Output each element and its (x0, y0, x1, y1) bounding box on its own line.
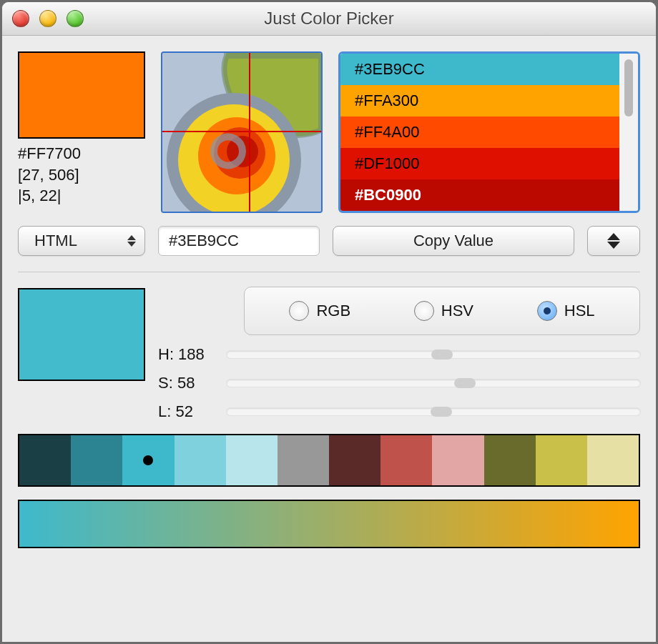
slider-l[interactable] (227, 408, 640, 415)
radio-dot-icon (414, 301, 434, 321)
divider (18, 272, 640, 272)
slider-s[interactable] (227, 380, 640, 387)
controls-row: HTML #3EB9CC Copy Value (18, 226, 640, 256)
radio-hsv-label: HSV (441, 302, 473, 320)
palette-cell[interactable] (484, 435, 536, 485)
palette-cell[interactable] (329, 435, 380, 485)
magnifier-image (162, 53, 321, 212)
history-scroll-thumb[interactable] (624, 59, 633, 117)
palette-cell[interactable] (380, 435, 432, 485)
slider-h-label: H: 188 (158, 345, 215, 364)
radio-rgb-label: RGB (316, 302, 350, 320)
palette-cell[interactable] (536, 435, 587, 485)
slider-l-row: L: 52 (158, 402, 640, 421)
history-scrollbar[interactable] (619, 54, 638, 211)
current-color-swatch (18, 51, 145, 139)
app-window: Just Color Picker #FF7700 [27, 506] |5, … (1, 1, 657, 643)
palette-cell[interactable] (175, 435, 226, 485)
window-content: #FF7700 [27, 506] |5, 22| (2, 36, 656, 642)
current-hex-label: #FF7700 (18, 143, 145, 164)
current-color-meta: #FF7700 [27, 506] |5, 22| (18, 143, 145, 207)
palette-cell[interactable] (122, 435, 174, 485)
current-color-panel: #FF7700 [27, 506] |5, 22| (18, 51, 145, 213)
gradient-preview (18, 500, 640, 548)
radio-dot-icon (289, 301, 309, 321)
slider-s-thumb[interactable] (454, 378, 476, 388)
slider-h[interactable] (227, 351, 640, 358)
palette-cell[interactable] (587, 435, 639, 485)
color-history: #3EB9CC#FFA300#FF4A00#DF1000#BC0900 (338, 51, 640, 213)
history-step-button[interactable] (587, 226, 640, 256)
stepper-arrows-icon (607, 233, 620, 249)
minimize-window-button[interactable] (39, 10, 57, 27)
color-value-text: #3EB9CC (169, 232, 239, 250)
titlebar: Just Color Picker (2, 2, 656, 36)
current-pos-label: [27, 506] (18, 164, 145, 186)
copy-value-button[interactable]: Copy Value (333, 226, 574, 256)
slider-l-thumb[interactable] (431, 407, 452, 417)
history-item[interactable]: #3EB9CC (340, 54, 619, 85)
radio-hsv[interactable]: HSV (414, 301, 473, 321)
radio-hsl-label: HSL (564, 302, 595, 320)
window-controls (12, 2, 84, 35)
palette-cell[interactable] (19, 435, 71, 485)
slider-s-label: S: 58 (158, 374, 215, 392)
history-item[interactable]: #DF1000 (340, 148, 619, 179)
format-select-label: HTML (34, 232, 77, 250)
radio-rgb[interactable]: RGB (289, 301, 350, 321)
selected-history-swatch (18, 288, 145, 381)
palette-cell[interactable] (71, 435, 122, 485)
magnifier-preview[interactable] (161, 51, 323, 213)
shade-palette[interactable] (18, 434, 640, 487)
color-model-controls: RGB HSV HSL H: 188 (158, 287, 640, 421)
color-model-section: RGB HSV HSL H: 188 (18, 287, 640, 421)
select-arrows-icon (126, 235, 137, 247)
palette-cell[interactable] (278, 435, 329, 485)
palette-cell[interactable] (432, 435, 483, 485)
radio-hsl[interactable]: HSL (537, 301, 595, 321)
palette-cell[interactable] (226, 435, 278, 485)
slider-l-label: L: 52 (158, 402, 215, 421)
slider-h-thumb[interactable] (431, 350, 453, 360)
current-delta-label: |5, 22| (18, 185, 145, 207)
color-value-input[interactable]: #3EB9CC (158, 226, 320, 256)
history-item[interactable]: #BC0900 (340, 179, 619, 211)
copy-value-label: Copy Value (413, 232, 494, 250)
slider-h-row: H: 188 (158, 345, 640, 364)
history-item[interactable]: #FF4A00 (340, 117, 619, 148)
slider-s-row: S: 58 (158, 374, 640, 392)
zoom-window-button[interactable] (67, 10, 84, 27)
close-window-button[interactable] (12, 10, 29, 27)
top-row: #FF7700 [27, 506] |5, 22| (18, 51, 640, 213)
radio-dot-icon (537, 301, 557, 321)
color-model-radio-group: RGB HSV HSL (244, 287, 640, 335)
color-history-list[interactable]: #3EB9CC#FFA300#FF4A00#DF1000#BC0900 (340, 54, 619, 211)
history-item[interactable]: #FFA300 (340, 85, 619, 117)
format-select[interactable]: HTML (18, 226, 145, 256)
window-title: Just Color Picker (264, 9, 393, 29)
